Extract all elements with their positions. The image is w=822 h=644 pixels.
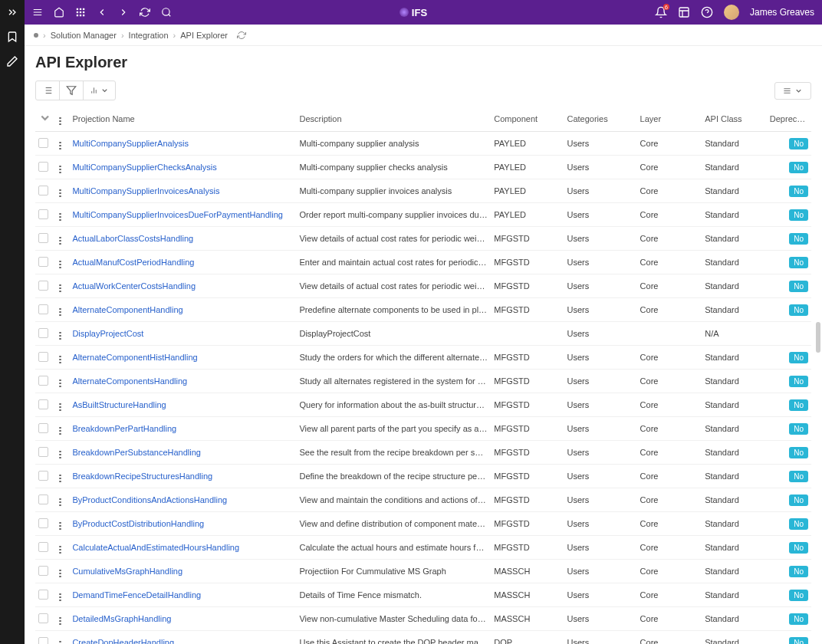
col-select[interactable] [35,107,54,132]
col-description[interactable]: Description [296,107,491,132]
row-checkbox[interactable] [38,495,48,504]
apps-icon[interactable] [75,7,86,18]
home-icon[interactable] [54,7,64,18]
col-deprecated[interactable]: Deprecated [767,107,811,132]
crumb-1[interactable]: Integration [129,31,169,40]
row-checkbox[interactable] [38,518,48,528]
projection-link[interactable]: MultiCompanySupplierChecksAnalysis [72,163,216,172]
row-menu-icon[interactable] [58,402,63,413]
table-row[interactable]: MultiCompanySupplierChecksAnalysisMulti-… [35,156,811,179]
projection-link[interactable]: DemandTimeFenceDetailHandling [72,590,201,600]
projection-link[interactable]: ActualLaborClassCostsHandling [72,234,193,243]
row-menu-icon[interactable] [58,521,63,532]
table-row[interactable]: ByProductConditionsAndActionsHandlingVie… [35,488,811,512]
table-row[interactable]: AsBuiltStructureHandlingQuery for inform… [35,393,811,417]
row-checkbox[interactable] [38,423,48,433]
table-row[interactable]: MultiCompanySupplierInvoicesDueForPaymen… [35,203,811,227]
scrollbar-thumb[interactable] [816,322,820,353]
table-row[interactable]: CalculateActualAndEstimatedHoursHandling… [35,536,811,560]
projection-link[interactable]: CreateDopHeaderHandling [72,638,174,644]
row-menu-icon[interactable] [58,426,63,437]
row-menu-icon[interactable] [58,283,63,294]
row-menu-icon[interactable] [58,259,63,271]
table-row[interactable]: ActualManufCostPeriodHandlingEnter and m… [35,251,811,274]
projection-link[interactable]: MultiCompanySupplierAnalysis [72,139,189,148]
table-row[interactable]: DetailedMsGraphHandlingView non-cumulati… [35,607,811,631]
chart-button[interactable] [84,81,115,100]
table-row[interactable]: ByProductCostDistributionHandlingView an… [35,512,811,536]
row-checkbox[interactable] [38,162,48,172]
row-menu-icon[interactable] [58,164,63,176]
expand-rail-icon[interactable] [6,6,18,18]
dashboard-icon[interactable] [678,6,690,18]
row-menu-icon[interactable] [58,188,63,199]
projection-link[interactable]: MultiCompanySupplierInvoicesDueForPaymen… [72,210,283,219]
col-api-class[interactable]: API Class [702,107,767,132]
row-menu-icon[interactable] [58,378,63,389]
row-menu-icon[interactable] [58,140,63,152]
projection-link[interactable]: ByProductConditionsAndActionsHandling [72,495,227,504]
row-menu-icon[interactable] [58,616,63,627]
table-row[interactable]: ActualWorkCenterCostsHandlingView detail… [35,274,811,298]
projection-link[interactable]: AlternateComponentHandling [72,305,182,314]
table-row[interactable]: BreakdownRecipeStructuresHandlingDefine … [35,465,811,488]
table-row[interactable]: MultiCompanySupplierAnalysisMulti-compan… [35,132,811,156]
row-checkbox[interactable] [38,257,48,267]
list-view-button[interactable] [36,81,60,100]
breadcrumb-refresh-icon[interactable] [237,31,246,40]
edit-icon[interactable] [6,55,18,67]
row-menu-icon[interactable] [58,307,63,318]
projection-link[interactable]: AlternateComponentHistHandling [72,353,197,362]
nav-back-icon[interactable] [97,7,107,18]
projection-link[interactable]: BreakdownPerPartHandling [72,424,176,433]
table-row[interactable]: BreakdownPerSubstanceHandlingSee the res… [35,441,811,465]
hamburger-icon[interactable] [32,7,43,18]
row-checkbox[interactable] [38,566,48,576]
row-checkbox[interactable] [38,281,48,291]
row-checkbox[interactable] [38,542,48,552]
row-checkbox[interactable] [38,471,48,481]
row-checkbox[interactable] [38,209,48,219]
help-icon[interactable] [701,6,713,18]
crumb-0[interactable]: Solution Manager [51,31,117,40]
row-checkbox[interactable] [38,186,48,196]
row-menu-icon[interactable] [58,449,63,461]
projection-link[interactable]: ByProductCostDistributionHandling [72,519,204,528]
row-menu-icon[interactable] [58,497,63,508]
refresh-icon[interactable] [140,7,150,18]
table-row[interactable]: DemandTimeFenceDetailHandlingDetails of … [35,583,811,607]
row-menu-icon[interactable] [58,354,63,366]
row-checkbox[interactable] [38,447,48,457]
table-row[interactable]: CreateDopHeaderHandlingUse this Assistan… [35,631,811,645]
col-component[interactable]: Component [491,107,564,132]
row-checkbox[interactable] [38,637,48,645]
projection-link[interactable]: ActualWorkCenterCostsHandling [72,281,196,291]
row-menu-icon[interactable] [58,212,63,223]
notifications-icon[interactable]: 6 [655,6,667,18]
bookmark-icon[interactable] [6,31,18,43]
row-checkbox[interactable] [38,590,48,600]
row-menu-icon[interactable] [58,639,63,645]
row-menu-icon[interactable] [58,544,63,556]
row-checkbox[interactable] [38,328,48,338]
table-row[interactable]: DisplayProjectCostDisplayProjectCostUser… [35,322,811,346]
table-row[interactable]: AlternateComponentHandlingPredefine alte… [35,298,811,322]
table-row[interactable]: AlternateComponentsHandlingStudy all alt… [35,370,811,393]
projection-link[interactable]: CumulativeMsGraphHandling [72,567,182,576]
row-checkbox[interactable] [38,352,48,362]
row-menu-icon[interactable] [58,568,63,580]
row-checkbox[interactable] [38,613,48,623]
row-checkbox[interactable] [38,138,48,148]
projection-link[interactable]: ActualManufCostPeriodHandling [72,258,194,267]
row-checkbox[interactable] [38,304,48,314]
settings-button[interactable] [774,82,811,100]
projection-link[interactable]: MultiCompanySupplierInvoicesAnalysis [72,186,219,196]
crumb-2[interactable]: API Explorer [180,31,228,40]
row-checkbox[interactable] [38,233,48,243]
filter-button[interactable] [60,81,84,100]
nav-forward-icon[interactable] [118,7,129,18]
header-menu-icon[interactable] [58,116,63,127]
col-layer[interactable]: Layer [637,107,702,132]
table-row[interactable]: ActualLaborClassCostsHandlingView detail… [35,227,811,251]
projection-link[interactable]: BreakdownRecipeStructuresHandling [72,472,212,481]
